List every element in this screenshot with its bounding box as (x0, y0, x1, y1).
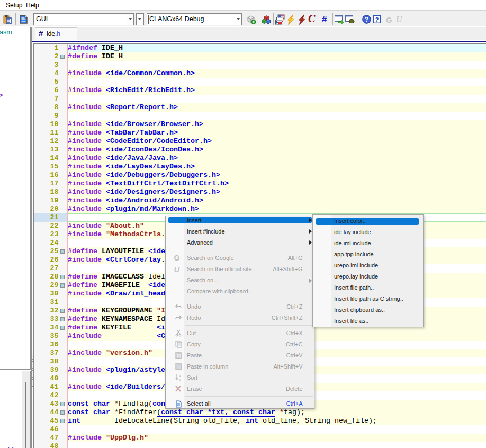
svg-text:?: ? (375, 16, 379, 23)
svg-text:?: ? (365, 16, 368, 23)
svg-text:Z: Z (179, 378, 181, 381)
svg-text:A: A (179, 374, 181, 378)
